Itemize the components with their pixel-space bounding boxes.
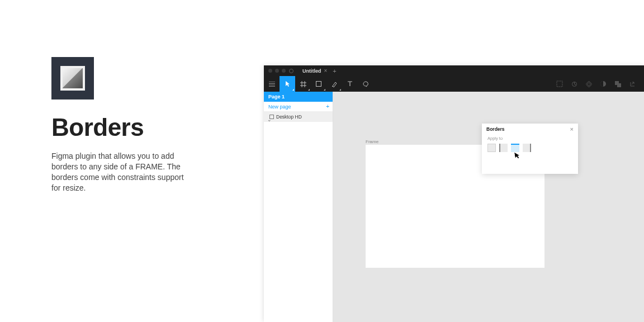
mask-tool-icon[interactable] <box>581 76 596 92</box>
borders-plugin-panel[interactable]: Borders × Apply to <box>482 124 578 174</box>
frame-tool[interactable] <box>295 76 311 92</box>
union-tool-icon[interactable] <box>610 76 625 92</box>
boolean-tool-icon[interactable] <box>596 76 610 92</box>
layer-row-root[interactable]: Desktop HD <box>264 112 333 122</box>
plugin-logo-graphic <box>60 66 85 91</box>
plus-icon: + <box>326 103 329 110</box>
page-tab-label: Page 1 <box>268 94 285 100</box>
link-tool-icon[interactable] <box>625 76 640 92</box>
plugin-description: Figma plugin that allows you to add bord… <box>51 151 191 193</box>
border-option-top[interactable] <box>511 144 519 152</box>
svg-rect-5 <box>617 83 621 87</box>
svg-rect-0 <box>316 82 321 87</box>
border-option-right[interactable] <box>523 144 531 152</box>
traffic-lights[interactable] <box>268 69 286 73</box>
close-window-button[interactable] <box>268 69 272 73</box>
page-tab-current[interactable]: Page 1 <box>264 92 333 102</box>
new-page-label: New page <box>268 104 291 110</box>
cursor-icon <box>514 151 520 159</box>
frame-icon <box>269 115 274 119</box>
layers-panel: Page 1 New page + Desktop HD <box>264 92 333 322</box>
comment-tool[interactable] <box>358 76 373 92</box>
tab-add-button[interactable]: + <box>333 68 336 74</box>
layer-name: Desktop HD <box>276 114 302 120</box>
maximize-window-button[interactable] <box>282 69 286 73</box>
canvas[interactable]: Frame Borders × Apply to <box>333 92 644 322</box>
shape-tool[interactable] <box>311 76 326 92</box>
component-tool-icon[interactable] <box>552 76 567 92</box>
text-tool[interactable] <box>342 76 358 92</box>
minimize-window-button[interactable] <box>275 69 279 73</box>
svg-rect-1 <box>557 81 562 87</box>
border-options-group <box>482 144 578 152</box>
move-tool[interactable] <box>280 76 295 92</box>
close-icon[interactable]: × <box>570 126 574 132</box>
toolbar <box>264 76 644 92</box>
apply-to-label: Apply to <box>482 135 578 144</box>
border-option-all[interactable] <box>487 144 496 152</box>
frame-label[interactable]: Frame <box>366 139 378 144</box>
tab-close-button[interactable]: × <box>324 68 328 74</box>
reset-icon[interactable] <box>567 76 581 92</box>
plugin-logo <box>51 57 94 100</box>
document-title[interactable]: Untitled <box>302 68 321 74</box>
menu-button[interactable] <box>264 76 280 92</box>
plugin-title: Borders <box>51 115 197 140</box>
history-icon[interactable] <box>289 69 293 73</box>
plugin-panel-title: Borders <box>486 126 505 132</box>
pen-tool[interactable] <box>326 76 342 92</box>
new-page-button[interactable]: New page + <box>264 102 333 112</box>
figma-app-window: Untitled × + <box>264 65 644 322</box>
border-option-left[interactable] <box>499 144 508 152</box>
window-titlebar[interactable]: Untitled × + <box>264 65 644 76</box>
